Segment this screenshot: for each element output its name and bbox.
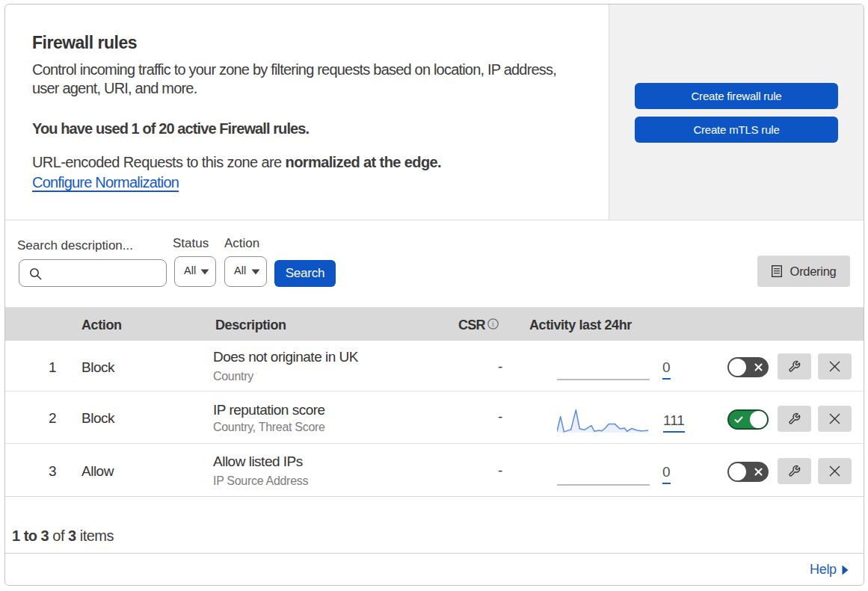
svg-text:i: i	[492, 320, 494, 328]
